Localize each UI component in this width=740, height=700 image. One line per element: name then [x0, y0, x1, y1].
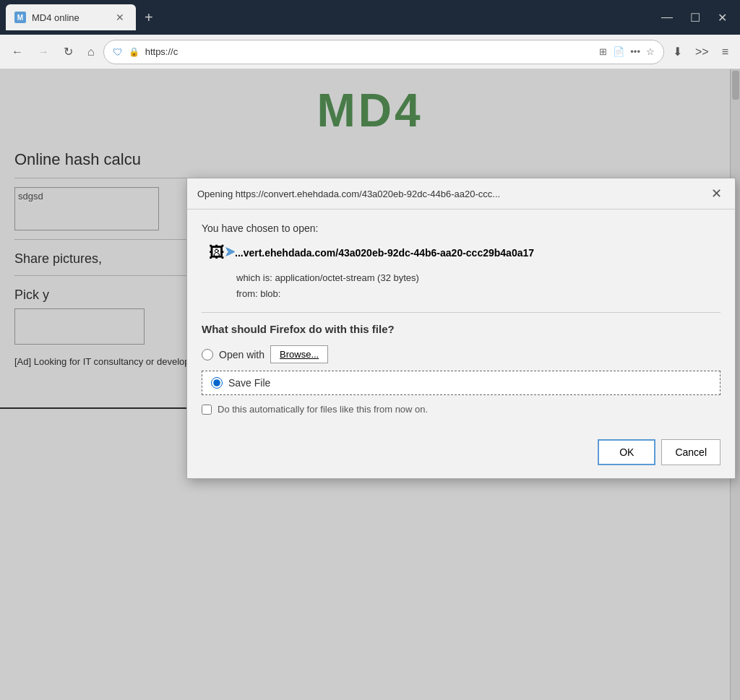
- forward-button[interactable]: →: [32, 41, 55, 63]
- browser-navbar: ← → ↻ ⌂ 🛡 🔒 https://c ⊞ 📄 ••• ☆ ⬇ >> ≡: [0, 35, 740, 69]
- ok-button[interactable]: OK: [598, 439, 655, 465]
- which-is-row: which is: application/octet-stream (32 b…: [236, 270, 720, 286]
- auto-checkbox-row: Do this automatically for files like thi…: [202, 404, 720, 415]
- dialog-question: What should Firefox do with this file?: [202, 323, 720, 335]
- file-info: 🖼 ⮞ ...vert.ehehdada.com/43a020eb-92dc-4…: [202, 243, 720, 263]
- save-file-row: Save File: [202, 371, 720, 395]
- browser-titlebar: M MD4 online ✕ + — ☐ ✕: [0, 0, 740, 35]
- shield-icon: 🛡: [113, 46, 123, 58]
- lock-icon: 🔒: [129, 47, 139, 57]
- more-tools-button[interactable]: >>: [689, 40, 715, 63]
- new-tab-button[interactable]: +: [139, 9, 159, 26]
- open-with-row: Open with Browse...: [202, 345, 720, 363]
- address-icons: ⊞ 📄 ••• ☆: [599, 46, 655, 57]
- file-url-text: ...vert.ehehdada.com/43a020eb-92dc-44b6-…: [235, 247, 534, 259]
- save-file-radio[interactable]: [211, 377, 223, 389]
- tab-favicon: M: [14, 12, 26, 23]
- more-icon[interactable]: •••: [630, 46, 640, 57]
- back-button[interactable]: ←: [6, 41, 29, 63]
- from-row: from: blob:: [236, 286, 720, 302]
- refresh-button[interactable]: ↻: [58, 40, 79, 63]
- open-with-label: Open with: [219, 349, 264, 360]
- tab-close-btn[interactable]: ✕: [113, 10, 127, 25]
- auto-checkbox[interactable]: [202, 405, 212, 415]
- dialog-body: You have chosen to open: 🖼 ⮞ ...vert.ehe…: [187, 209, 735, 429]
- hamburger-menu-button[interactable]: ≡: [716, 40, 734, 63]
- chosen-label: You have chosen to open:: [202, 222, 720, 234]
- page-content: MD4 Online hash calcu sdgsd Share pictur…: [0, 69, 740, 700]
- maximize-button[interactable]: ☐: [683, 8, 707, 27]
- open-with-radio[interactable]: [202, 349, 213, 360]
- address-bar[interactable]: 🛡 🔒 https://c ⊞ 📄 ••• ☆: [103, 40, 664, 64]
- save-file-label: Save File: [228, 377, 270, 389]
- cancel-button[interactable]: Cancel: [661, 439, 720, 465]
- home-button[interactable]: ⌂: [82, 41, 100, 63]
- qr-icon[interactable]: ⊞: [599, 46, 607, 57]
- bookmark-icon[interactable]: ☆: [646, 46, 655, 57]
- download-button[interactable]: ⬇: [667, 40, 688, 63]
- file-type-icon: 🖼 ⮞: [209, 243, 229, 263]
- from-label: from:: [236, 288, 258, 299]
- dialog-titlebar: Opening https://convert.ehehdada.com/43a…: [187, 178, 735, 209]
- dialog-title: Opening https://convert.ehehdada.com/43a…: [197, 189, 500, 199]
- file-metadata: which is: application/octet-stream (32 b…: [236, 270, 720, 302]
- reader-icon[interactable]: 📄: [613, 46, 624, 57]
- window-controls: — ☐ ✕: [654, 8, 734, 27]
- minimize-button[interactable]: —: [654, 8, 680, 27]
- which-is-label: which is:: [236, 272, 272, 283]
- auto-checkbox-label: Do this automatically for files like thi…: [218, 404, 428, 415]
- firefox-download-dialog: Opening https://convert.ehehdada.com/43a…: [186, 178, 736, 479]
- from-value: blob:: [260, 288, 280, 299]
- tab-title: MD4 online: [32, 12, 107, 23]
- close-window-button[interactable]: ✕: [710, 8, 734, 27]
- dialog-divider: [202, 312, 720, 313]
- dialog-footer: OK Cancel: [187, 429, 735, 478]
- url-text: https://c: [145, 46, 594, 57]
- dialog-close-button[interactable]: ✕: [708, 186, 725, 202]
- file-icon-image: 🖼: [209, 243, 225, 262]
- browse-button[interactable]: Browse...: [270, 345, 328, 363]
- which-is-value: application/octet-stream (32 bytes): [275, 272, 418, 283]
- browser-tab[interactable]: M MD4 online ✕: [6, 4, 136, 30]
- navbar-right: ⬇ >> ≡: [667, 40, 734, 63]
